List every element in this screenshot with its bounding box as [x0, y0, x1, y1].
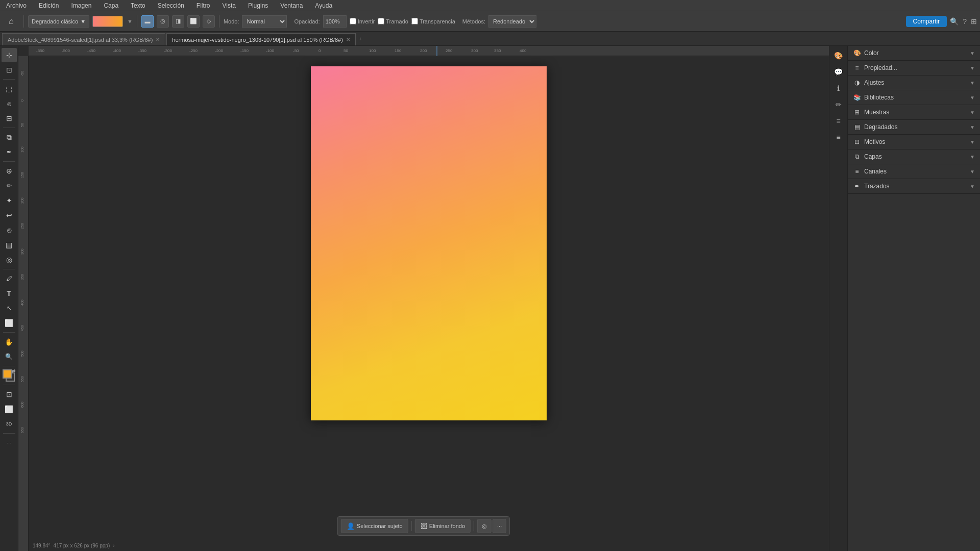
fg-color-swatch[interactable] [3, 369, 12, 379]
mode-select[interactable]: Normal Multiplicar Pantalla Superponer [242, 15, 287, 28]
trazados-section-collapse[interactable]: ▼ [970, 184, 975, 189]
panel-chat-icon[interactable]: 💬 [831, 64, 846, 80]
more-tools-btn[interactable]: ··· [2, 436, 17, 450]
frame-tool[interactable]: ⬜ [2, 402, 17, 416]
tramado-checkbox-label[interactable]: Tramado [378, 18, 408, 24]
gradient-angle-btn[interactable]: ◨ [172, 15, 184, 28]
menu-plugins[interactable]: Plugins [246, 1, 270, 10]
panel-muestras-header[interactable]: ⊞ Muestras ▼ [848, 105, 980, 119]
menu-seleccion[interactable]: Selección [156, 1, 186, 10]
panel-arrange-icon[interactable]: ≡ [831, 130, 846, 145]
propiedades-section-collapse[interactable]: ▼ [970, 65, 975, 71]
quick-mask-tool[interactable]: ⊡ [2, 387, 17, 402]
ajustes-section-title: Ajustes [864, 79, 884, 86]
panel-color-icon[interactable]: 🎨 [831, 48, 846, 63]
panel-info-icon[interactable]: ℹ [831, 81, 846, 96]
lasso-tool[interactable]: ⌾ [2, 96, 17, 111]
search-icon[interactable]: 🔍 [950, 17, 959, 26]
toolbar-3d-tool[interactable]: 3D [2, 417, 17, 431]
panel-degradados-header[interactable]: ▤ Degradados ▼ [848, 120, 980, 134]
eraser-tool[interactable]: ⎋ [2, 223, 17, 237]
opacity-input[interactable] [323, 15, 347, 28]
invert-checkbox[interactable] [350, 18, 356, 24]
type-tool[interactable]: T [2, 286, 17, 300]
brush-tool[interactable]: ✏ [2, 179, 17, 193]
tab-2-label: hermosa-mujer-vestido-negro_1303-10790[1… [172, 37, 342, 43]
canvas-document[interactable] [311, 66, 547, 420]
tramado-checkbox[interactable] [378, 18, 384, 24]
more-ctx-button[interactable]: ··· [493, 519, 506, 533]
gradient-diamond-btn[interactable]: ◇ [203, 15, 215, 28]
panel-capas-header[interactable]: ⧉ Capas ▼ [848, 149, 980, 164]
gradient-tool[interactable]: ▤ [2, 238, 17, 252]
menu-edicion[interactable]: Edición [37, 1, 61, 10]
select-subject-button[interactable]: 👤 Seleccionar sujeto [341, 519, 408, 533]
menu-imagen[interactable]: Imagen [69, 1, 93, 10]
switch-colors-icon[interactable]: ⇄ [12, 368, 16, 373]
panel-propiedades-header[interactable]: ≡ Propiedad... ▼ [848, 61, 980, 75]
degradados-section-collapse[interactable]: ▼ [970, 124, 975, 130]
menu-vista[interactable]: Vista [220, 1, 237, 10]
crop-tool[interactable]: ⧉ [2, 130, 17, 144]
object-select-tool[interactable]: ⊟ [2, 111, 17, 126]
menu-ayuda[interactable]: Ayuda [313, 1, 334, 10]
ajustes-section-collapse[interactable]: ▼ [970, 80, 975, 86]
menu-texto[interactable]: Texto [129, 1, 148, 10]
healing-tool[interactable]: ⊕ [2, 164, 17, 178]
muestras-section-collapse[interactable]: ▼ [970, 110, 975, 115]
tab-2[interactable]: hermosa-mujer-vestido-negro_1303-10790[1… [166, 33, 355, 45]
remove-bg-button[interactable]: 🖼 Eliminar fondo [415, 519, 471, 533]
artboard-tool[interactable]: ⊡ [2, 63, 17, 77]
eyedropper-tool[interactable]: ✒ [2, 145, 17, 159]
svg-text:-500: -500 [62, 48, 70, 53]
help-icon[interactable]: ? [963, 17, 967, 26]
menu-archivo[interactable]: Archivo [4, 1, 29, 10]
panel-motivos-section: ⊟ Motivos ▼ [848, 135, 980, 149]
history-brush-tool[interactable]: ↩ [2, 208, 17, 222]
pen-tool[interactable]: 🖊 [2, 271, 17, 286]
status-arrow[interactable]: › [113, 543, 114, 548]
tab-1-close[interactable]: ✕ [156, 37, 160, 42]
hand-tool[interactable]: ✋ [2, 335, 17, 349]
panel-ajustes-header[interactable]: ◑ Ajustes ▼ [848, 76, 980, 90]
mask-button[interactable]: ◎ [477, 519, 492, 533]
invert-checkbox-label[interactable]: Invertir [350, 18, 375, 24]
menu-capa[interactable]: Capa [102, 1, 120, 10]
gradient-picker-button[interactable]: Degradado clásico ▼ [28, 15, 89, 28]
dodge-tool[interactable]: ◎ [2, 253, 17, 267]
metodo-select[interactable]: Redondeado Lineal [488, 15, 536, 28]
panel-bibliotecas-header[interactable]: 📚 Bibliotecas ▼ [848, 90, 980, 105]
gradient-color-preview[interactable] [92, 16, 123, 27]
zoom-tool[interactable]: 🔍 [2, 349, 17, 364]
separator-3 [219, 15, 219, 28]
move-tool[interactable]: ⊹ [2, 48, 17, 62]
panel-canales-header[interactable]: ≡ Canales ▼ [848, 164, 980, 179]
capas-section-collapse[interactable]: ▼ [970, 154, 975, 160]
share-button[interactable]: Compartir [906, 16, 947, 27]
shape-tool[interactable]: ⬜ [2, 316, 17, 330]
panel-trazados-header[interactable]: ✒ Trazados ▼ [848, 179, 980, 193]
path-select-tool[interactable]: ↖ [2, 301, 17, 315]
panel-edit-icon[interactable]: ✏ [831, 97, 846, 112]
transparencia-checkbox[interactable] [411, 18, 418, 24]
home-button[interactable]: ⌂ [3, 13, 19, 30]
tab-2-close[interactable]: ✕ [346, 37, 350, 42]
transparencia-checkbox-label[interactable]: Transparencia [411, 18, 455, 24]
color-section-collapse[interactable]: ▼ [970, 51, 975, 56]
marquee-tool[interactable]: ⬚ [2, 82, 17, 96]
motivos-section-collapse[interactable]: ▼ [970, 139, 975, 145]
clone-tool[interactable]: ✦ [2, 193, 17, 208]
panel-motivos-header[interactable]: ⊟ Motivos ▼ [848, 135, 980, 149]
menu-ventana[interactable]: Ventana [278, 1, 305, 10]
panel-color-header[interactable]: 🎨 Color ▼ [848, 46, 980, 60]
canales-section-collapse[interactable]: ▼ [970, 169, 975, 174]
panel-layers-icon[interactable]: ≡ [831, 113, 846, 129]
gradient-linear-btn[interactable]: ▬ [141, 15, 154, 28]
svg-text:-250: -250 [189, 48, 198, 53]
tab-1[interactable]: AdobeStock_408991546-scaled[1].psd al 33… [2, 33, 165, 45]
gradient-radial-btn[interactable]: ◎ [157, 15, 169, 28]
layout-icon[interactable]: ⊞ [971, 17, 977, 26]
menu-filtro[interactable]: Filtro [194, 1, 212, 10]
bibliotecas-section-collapse[interactable]: ▼ [970, 95, 975, 101]
gradient-reflect-btn[interactable]: ⬜ [187, 15, 200, 28]
